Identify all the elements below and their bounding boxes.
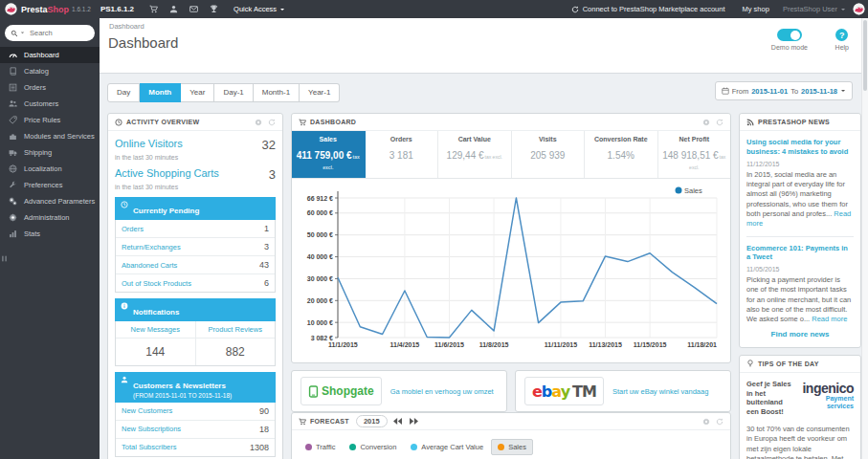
gear-icon[interactable] <box>702 418 710 426</box>
avatar[interactable] <box>853 3 865 15</box>
clock-icon <box>115 119 122 126</box>
metric-label: Sales <box>508 443 526 451</box>
article-date: 11/05/2015 <box>746 266 854 273</box>
sidebar-item-preferences[interactable]: Preferences <box>0 177 100 193</box>
pending-link[interactable]: Return/Exchanges <box>122 243 181 251</box>
notification-link[interactable]: Product Reviews <box>196 321 276 339</box>
refresh-icon[interactable] <box>716 418 723 426</box>
demo-mode-label: Demo mode <box>771 44 808 51</box>
article-title[interactable]: Using social media for your business: 4 … <box>746 138 854 157</box>
range-button-month-1[interactable]: Month-1 <box>254 83 300 102</box>
ebay-link[interactable]: Start uw eBay winkel vandaag <box>612 387 708 396</box>
trophy-icon[interactable] <box>210 5 218 13</box>
range-button-day-1[interactable]: Day-1 <box>214 83 253 102</box>
kpi-tab-visits[interactable]: Visits205 939 <box>512 131 586 178</box>
collapse-menu-icon[interactable] <box>0 254 9 263</box>
customers-link[interactable]: New Subscriptions <box>122 425 181 433</box>
search-input[interactable] <box>30 29 85 37</box>
date-from: 2015-11-01 <box>751 87 788 96</box>
my-shop-link[interactable]: My shop <box>743 5 769 13</box>
sidebar-item-orders[interactable]: Orders <box>0 79 100 96</box>
chevron-down-icon[interactable] <box>20 31 25 35</box>
activity-overview-panel: ACTIVITY OVERVIEW Online Visitors 32 in … <box>107 113 283 459</box>
kpi-label: Orders <box>366 136 438 142</box>
article-title[interactable]: Ecommerce 101: Payments in a Tweet <box>746 244 854 263</box>
shopgate-logo: Shopgate <box>300 377 382 405</box>
notification-link[interactable]: New Messages <box>116 321 195 339</box>
date-range-buttons: DayMonthYearDay-1Month-1Year-1 <box>107 83 340 102</box>
scrollbar-thumb[interactable] <box>863 20 867 91</box>
help-icon[interactable]: ? <box>835 29 848 41</box>
customers-link[interactable]: New Customers <box>122 406 172 415</box>
sidebar-item-shipping[interactable]: Shipping <box>0 144 100 161</box>
range-button-month[interactable]: Month <box>140 83 181 102</box>
sidebar-item-advanced-parameters[interactable]: Advanced Parameters <box>0 193 100 209</box>
metric-dot-icon <box>411 444 417 450</box>
kpi-tab-sales[interactable]: Sales411 759,00 €tax excl. <box>292 131 366 178</box>
sidebar-item-dashboard[interactable]: Dashboard <box>0 47 100 63</box>
kpi-suffix: tax excl. <box>689 154 725 170</box>
refresh-icon[interactable] <box>716 119 723 126</box>
range-button-year[interactable]: Year <box>181 83 214 102</box>
previous-year-button[interactable] <box>391 416 404 426</box>
metric-toggle-conversion[interactable]: Conversion <box>343 439 403 455</box>
list-icon <box>9 83 17 92</box>
refresh-icon[interactable] <box>268 119 276 126</box>
sidebar-item-price-rules[interactable]: Price Rules <box>0 112 100 128</box>
gear-icon[interactable] <box>255 119 262 126</box>
read-more-link[interactable]: Read more <box>746 209 851 228</box>
kpi-label: Sales <box>292 136 365 142</box>
gear-icon[interactable] <box>702 119 710 126</box>
ingenico-logo-text: ingenico <box>801 382 854 395</box>
svg-text:3 082 €: 3 082 € <box>311 335 333 341</box>
find-more-news-link[interactable]: Find more news <box>746 325 854 340</box>
demo-mode-toggle[interactable] <box>777 29 802 41</box>
sidebar-item-label: Stats <box>24 230 40 238</box>
kpi-tab-cart-value[interactable]: Cart Value129,44 €tax excl. <box>438 131 512 178</box>
read-more-link[interactable]: Read more <box>812 315 847 323</box>
sidebar-item-modules-and-services[interactable]: Modules and Services <box>0 128 100 144</box>
shopgate-link[interactable]: Ga mobiel en verhoog uw omzet <box>390 387 494 396</box>
sidebar: DashboardCatalogOrdersCustomersPrice Rul… <box>0 18 100 459</box>
kpi-tab-conversion-rate[interactable]: Conversion Rate1.54% <box>585 131 658 178</box>
person-icon[interactable] <box>169 5 178 13</box>
sidebar-item-catalog[interactable]: Catalog <box>0 63 100 79</box>
pending-link[interactable]: Orders <box>122 225 144 233</box>
breadcrumb[interactable]: Dashboard <box>109 22 145 31</box>
svg-text:11/1/2015: 11/1/2015 <box>328 341 358 348</box>
sidebar-item-customers[interactable]: Customers <box>0 96 100 112</box>
sidebar-search[interactable] <box>5 25 95 41</box>
metric-toggle-traffic[interactable]: Traffic <box>299 439 342 455</box>
online-visitors-link[interactable]: Online Visitors <box>115 138 183 152</box>
envelope-icon[interactable] <box>189 5 198 13</box>
sidebar-item-stats[interactable]: Stats <box>0 226 100 242</box>
scrollbar[interactable] <box>861 18 868 459</box>
metric-dot-icon <box>498 444 504 450</box>
date-range-picker[interactable]: From 2015-11-01 To 2015-11-18 <box>715 81 853 100</box>
kpi-tab-net-profit[interactable]: Net Profit148 918,51 €tax excl. <box>658 131 731 178</box>
customers-row-total-subscribers: Total Subscribers1308 <box>116 439 275 456</box>
next-year-button[interactable] <box>408 416 420 426</box>
pending-link[interactable]: Out of Stock Products <box>122 279 191 288</box>
cart-icon[interactable] <box>149 5 158 13</box>
sidebar-item-administration[interactable]: Administration <box>0 209 100 226</box>
kpi-label: Cart Value <box>438 136 511 142</box>
customers-link[interactable]: Total Subscribers <box>122 443 177 451</box>
user-menu[interactable]: PrestaShop User <box>783 5 846 13</box>
range-button-year-1[interactable]: Year-1 <box>300 83 340 102</box>
metric-toggle-sales[interactable]: Sales <box>491 439 533 455</box>
article-body: Picking a payment provider is one of the… <box>746 275 854 325</box>
shop-code[interactable]: PS1.6.1.2 <box>100 5 134 13</box>
active-carts-link[interactable]: Active Shopping Carts <box>115 167 219 182</box>
sidebar-item-localization[interactable]: Localization <box>0 161 100 177</box>
cart-icon <box>299 418 306 426</box>
quick-access-menu[interactable]: Quick Access <box>234 5 285 13</box>
pending-link[interactable]: Abandoned Carts <box>122 261 177 270</box>
kpi-tab-orders[interactable]: Orders3 181 <box>366 131 439 178</box>
range-button-day[interactable]: Day <box>107 83 140 102</box>
metric-toggle-average-cart-value[interactable]: Average Cart Value <box>404 439 490 455</box>
svg-text:60 000 €: 60 000 € <box>307 209 333 216</box>
marketplace-link[interactable]: Connect to PrestaShop Marketplace accoun… <box>571 5 725 13</box>
prestashop-logo-icon[interactable] <box>5 3 17 15</box>
chevron-down-icon <box>840 88 846 94</box>
